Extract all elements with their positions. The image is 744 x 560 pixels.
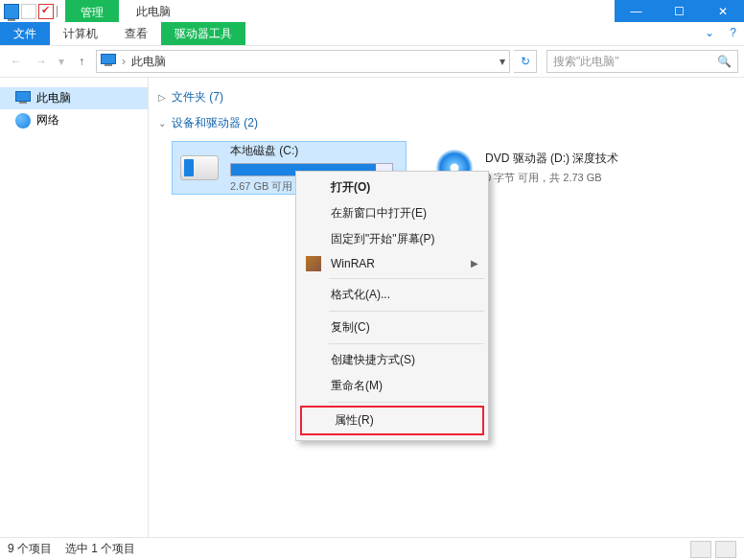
search-placeholder: 搜索"此电脑" <box>553 54 619 70</box>
tab-drive-tools[interactable]: 驱动器工具 <box>161 22 245 45</box>
address-bar[interactable]: › 此电脑 ▾ <box>96 50 510 73</box>
menu-copy[interactable]: 复制(C) <box>298 315 486 340</box>
context-menu: 打开(O) 在新窗口中打开(E) 固定到"开始"屏幕(P) WinRAR ▶ 格… <box>295 171 489 441</box>
help-icon[interactable]: ? <box>722 22 744 45</box>
view-details-button[interactable] <box>690 541 711 558</box>
refresh-button[interactable]: ↻ <box>514 50 537 73</box>
navigation-bar: ← → ▾ ↑ › 此电脑 ▾ ↻ 搜索"此电脑" 🔍 <box>0 46 744 78</box>
ribbon-context-tab[interactable]: 管理 <box>65 0 119 22</box>
sidebar-item-this-pc[interactable]: 此电脑 <box>0 87 148 109</box>
ribbon-expand-icon[interactable]: ⌄ <box>697 22 722 45</box>
pc-icon <box>15 91 31 106</box>
recent-dropdown-icon[interactable]: ▾ <box>56 51 67 72</box>
up-button[interactable]: ↑ <box>71 51 92 72</box>
menu-open[interactable]: 打开(O) <box>298 175 486 200</box>
tab-view[interactable]: 查看 <box>111 22 161 45</box>
menu-label: WinRAR <box>331 257 375 270</box>
winrar-icon <box>306 256 321 271</box>
search-icon[interactable]: 🔍 <box>717 55 732 68</box>
sidebar-item-label: 网络 <box>36 112 59 128</box>
pc-icon <box>101 54 116 69</box>
titlebar: ✔ | 管理 此电脑 — ☐ ✕ <box>0 0 744 22</box>
system-icons: ✔ | <box>0 0 65 22</box>
menu-properties[interactable]: 属性(R) <box>302 408 482 433</box>
chevron-down-icon: ⌄ <box>158 118 166 128</box>
drive-status: 0 字节 可用，共 2.73 GB <box>485 171 657 185</box>
menu-open-new-window[interactable]: 在新窗口中打开(E) <box>298 200 486 226</box>
chevron-right-icon: ▷ <box>158 92 166 103</box>
menu-separator <box>329 343 484 344</box>
chevron-right-icon[interactable]: › <box>122 55 126 68</box>
menu-separator <box>329 402 484 403</box>
menu-separator <box>329 278 484 279</box>
ribbon-tabs: 文件 计算机 查看 驱动器工具 ⌄ ? <box>0 22 744 46</box>
checkbox-icon: ✔ <box>38 4 54 19</box>
network-icon <box>15 113 31 128</box>
pc-icon <box>4 4 19 19</box>
menu-format[interactable]: 格式化(A)... <box>298 282 486 308</box>
minimize-button[interactable]: — <box>615 0 658 22</box>
group-folders[interactable]: ▷ 文件夹 (7) <box>154 83 744 109</box>
sidebar: 此电脑 网络 <box>0 78 149 537</box>
forward-button[interactable]: → <box>31 51 52 72</box>
tab-file[interactable]: 文件 <box>0 22 50 45</box>
sidebar-item-label: 此电脑 <box>36 90 71 106</box>
group-label: 文件夹 (7) <box>172 89 223 105</box>
status-bar: 9 个项目 选中 1 个项目 <box>0 537 744 560</box>
sidebar-item-network[interactable]: 网络 <box>0 109 148 131</box>
back-button[interactable]: ← <box>6 51 27 72</box>
status-item-count: 9 个项目 <box>8 541 52 557</box>
group-label: 设备和驱动器 (2) <box>172 115 258 131</box>
group-devices[interactable]: ⌄ 设备和驱动器 (2) <box>154 109 744 135</box>
menu-properties-highlight: 属性(R) <box>300 406 484 435</box>
menu-winrar[interactable]: WinRAR ▶ <box>298 252 486 275</box>
menu-pin-start[interactable]: 固定到"开始"屏幕(P) <box>298 226 486 252</box>
menu-create-shortcut[interactable]: 创建快捷方式(S) <box>298 347 486 373</box>
window-title: 此电脑 <box>119 0 188 22</box>
drive-name: 本地磁盘 (C:) <box>230 143 400 159</box>
menu-separator <box>329 311 484 312</box>
submenu-arrow-icon: ▶ <box>471 258 478 268</box>
maximize-button[interactable]: ☐ <box>658 0 701 22</box>
window-controls: — ☐ ✕ <box>615 0 744 22</box>
drive-name: DVD 驱动器 (D:) 深度技术 <box>485 151 657 167</box>
hdd-icon <box>178 147 221 189</box>
status-selected: 选中 1 个项目 <box>65 541 135 557</box>
menu-rename[interactable]: 重命名(M) <box>298 373 486 399</box>
app-icon <box>21 4 36 19</box>
address-dropdown-icon[interactable]: ▾ <box>500 55 505 68</box>
view-tiles-button[interactable] <box>715 541 736 558</box>
close-button[interactable]: ✕ <box>701 0 744 22</box>
search-input[interactable]: 搜索"此电脑" 🔍 <box>546 50 738 73</box>
tab-computer[interactable]: 计算机 <box>50 22 111 45</box>
breadcrumb[interactable]: 此电脑 <box>131 54 166 70</box>
